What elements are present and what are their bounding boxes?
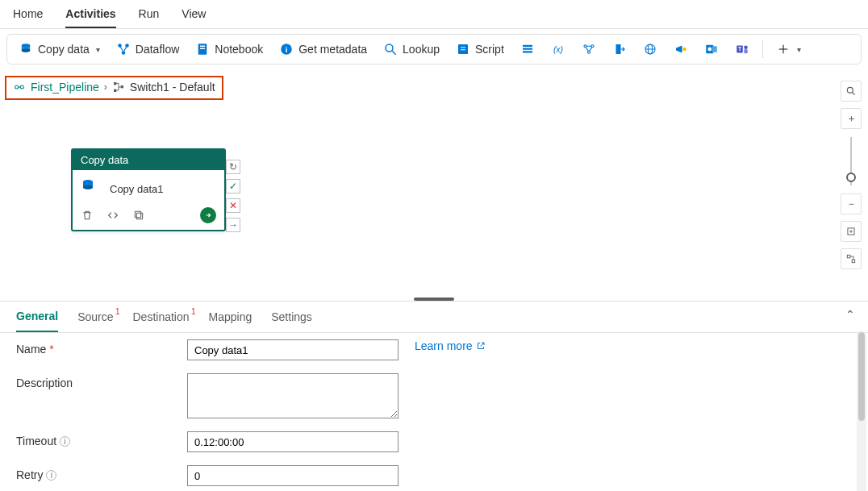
tab-settings[interactable]: Settings xyxy=(271,310,312,331)
svg-point-3 xyxy=(125,44,129,48)
menu-home[interactable]: Home xyxy=(13,1,43,28)
svg-rect-49 xyxy=(852,260,855,263)
svg-rect-38 xyxy=(114,89,116,92)
toolbar-variable-icon[interactable]: (x) xyxy=(545,39,572,60)
svg-point-4 xyxy=(122,51,126,55)
svg-rect-14 xyxy=(523,48,532,50)
switch-icon xyxy=(112,81,125,94)
svg-point-24 xyxy=(682,48,686,52)
activity-card-copy-data[interactable]: Copy data Copy data1 xyxy=(71,148,226,231)
name-input[interactable] xyxy=(187,339,399,360)
info-icon[interactable]: i xyxy=(60,436,70,447)
tab-mapping[interactable]: Mapping xyxy=(209,310,252,331)
svg-rect-26 xyxy=(712,46,717,52)
search-zoom-icon[interactable] xyxy=(841,81,862,102)
dataflow-icon xyxy=(116,42,131,56)
activity-side-actions: ↻ ✓ ✕ → xyxy=(226,160,240,232)
svg-rect-42 xyxy=(136,213,142,218)
toolbar-teams-icon[interactable]: T xyxy=(728,39,756,60)
toolbar-graph-icon[interactable] xyxy=(575,39,603,60)
tab-destination[interactable]: Destination1 xyxy=(133,310,190,331)
toolbar-list-icon[interactable] xyxy=(514,39,541,60)
breadcrumb-current: Switch1 - Default xyxy=(130,81,215,94)
tab-source-label: Source xyxy=(77,310,113,323)
breadcrumb-separator: › xyxy=(104,81,107,93)
zoom-out-button[interactable]: － xyxy=(841,193,862,214)
svg-rect-37 xyxy=(114,82,116,85)
pipeline-canvas[interactable]: First_Pipeline › Switch1 - Default Copy … xyxy=(0,71,868,301)
side-refresh[interactable]: ↻ xyxy=(226,160,240,174)
properties-scrollbar[interactable] xyxy=(857,331,866,491)
fit-screen-button[interactable] xyxy=(841,221,862,242)
tab-destination-badge: 1 xyxy=(191,307,196,316)
collapse-panel-icon[interactable]: ⌃ xyxy=(845,308,855,321)
tab-destination-label: Destination xyxy=(133,310,190,323)
variable-icon: (x) xyxy=(551,42,565,56)
globe-icon xyxy=(643,42,657,56)
svg-line-45 xyxy=(853,93,855,95)
run-activity-icon[interactable] xyxy=(200,207,216,223)
toolbar-megaphone-icon[interactable] xyxy=(667,39,695,60)
timeout-input[interactable] xyxy=(187,431,399,452)
breadcrumb: First_Pipeline › Switch1 - Default xyxy=(5,76,223,100)
breadcrumb-root[interactable]: First_Pipeline xyxy=(31,81,99,94)
svg-point-27 xyxy=(707,48,712,52)
scrollbar-thumb[interactable] xyxy=(858,332,865,421)
delete-icon[interactable] xyxy=(81,209,94,222)
svg-point-1 xyxy=(22,48,31,52)
tab-source[interactable]: Source1 xyxy=(77,310,113,331)
properties-panel: General Source1 Destination1 Mapping Set… xyxy=(0,301,868,491)
svg-rect-12 xyxy=(458,44,468,54)
toolbar-globe-icon[interactable] xyxy=(636,39,664,60)
toolbar-separator xyxy=(762,40,763,58)
menu-activities[interactable]: Activities xyxy=(65,1,115,28)
svg-rect-30 xyxy=(744,49,748,53)
pipeline-icon xyxy=(13,81,26,94)
toolbar-lookup[interactable]: Lookup xyxy=(377,39,446,60)
graph-icon xyxy=(582,42,596,56)
svg-point-34 xyxy=(15,85,19,89)
toolbar-outlook-icon[interactable] xyxy=(698,39,725,60)
svg-rect-13 xyxy=(523,45,532,47)
zoom-handle[interactable] xyxy=(846,173,856,182)
menu-view[interactable]: View xyxy=(182,1,206,28)
toolbar-notebook[interactable]: Notebook xyxy=(189,39,269,60)
toolbar-copy-data-label: Copy data xyxy=(38,43,90,56)
toolbar-copy-data[interactable]: Copy data ▾ xyxy=(12,39,106,60)
toolbar-add-more[interactable]: ▾ xyxy=(770,39,807,60)
required-indicator: * xyxy=(49,343,53,356)
menu-run[interactable]: Run xyxy=(139,1,160,28)
auto-layout-button[interactable] xyxy=(841,248,862,269)
side-success[interactable]: ✓ xyxy=(226,179,240,193)
description-label: Description xyxy=(16,377,73,389)
svg-point-2 xyxy=(118,44,122,48)
svg-rect-7 xyxy=(200,48,205,50)
learn-more-label: Learn more xyxy=(415,339,473,352)
side-output[interactable]: → xyxy=(226,218,240,232)
toolbar-dataflow[interactable]: Dataflow xyxy=(110,39,186,60)
toolbar-script[interactable]: Script xyxy=(449,39,511,60)
svg-rect-39 xyxy=(120,85,123,88)
zoom-in-button[interactable]: ＋ xyxy=(841,108,862,129)
megaphone-icon xyxy=(674,42,688,56)
retry-input[interactable] xyxy=(187,465,399,486)
code-icon[interactable] xyxy=(106,209,119,222)
svg-text:i: i xyxy=(286,45,288,54)
svg-text:(x): (x) xyxy=(553,44,563,54)
description-input[interactable] xyxy=(187,373,399,418)
copy-icon[interactable] xyxy=(132,209,145,222)
external-link-icon xyxy=(476,341,486,351)
zoom-slider[interactable] xyxy=(850,137,852,185)
svg-point-10 xyxy=(386,44,393,52)
side-failure[interactable]: ✕ xyxy=(226,198,240,213)
learn-more-link[interactable]: Learn more xyxy=(415,339,486,352)
name-label: Name xyxy=(16,343,46,356)
toolbar-door-icon[interactable] xyxy=(606,39,633,60)
toolbar-get-metadata[interactable]: i Get metadata xyxy=(273,39,373,60)
info-icon[interactable]: i xyxy=(46,470,56,481)
chevron-down-icon: ▾ xyxy=(797,45,801,54)
svg-rect-48 xyxy=(847,255,850,258)
svg-point-47 xyxy=(850,231,852,232)
svg-point-44 xyxy=(847,87,853,93)
tab-general[interactable]: General xyxy=(16,310,58,332)
